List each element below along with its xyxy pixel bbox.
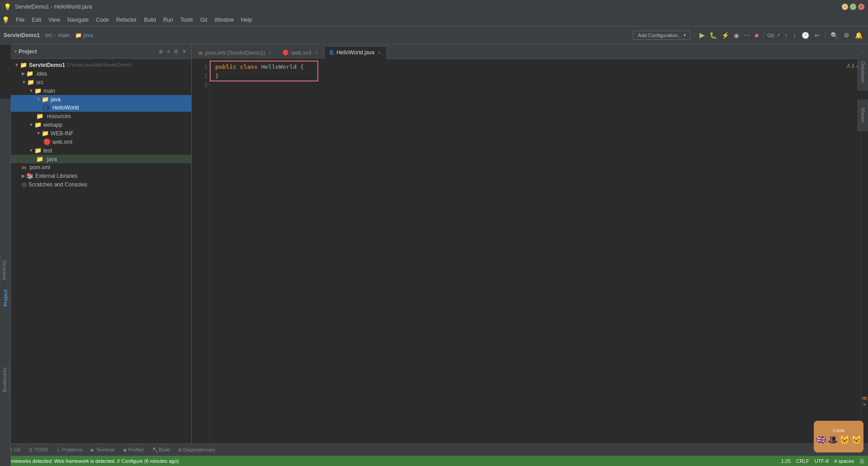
tree-main-arrow: ▼: [29, 88, 33, 93]
toolbar-separator-1: [694, 32, 694, 39]
structure-side-tab[interactable]: Structure: [0, 257, 9, 284]
debug-button[interactable]: 🐛: [708, 31, 719, 40]
bottom-tab-build[interactable]: 🔨 Build: [149, 446, 174, 453]
tab-pom-xml[interactable]: m pom.xml (ServletDemo1) ✕: [193, 46, 278, 59]
menu-window[interactable]: Window: [211, 15, 237, 24]
run-with-coverage-button[interactable]: ⚡: [720, 31, 731, 40]
tab-pom-close[interactable]: ✕: [267, 50, 273, 55]
minimize-button[interactable]: ─: [842, 4, 848, 10]
toolbar-separator-2: [764, 32, 764, 39]
menu-refactor[interactable]: Refactor: [113, 15, 140, 24]
code-area[interactable]: public class HelloWorld { }: [210, 59, 861, 443]
problems-tab-icon: ⚠: [57, 447, 61, 452]
tree-java[interactable]: ▼ 📁 java: [11, 95, 191, 104]
tree-webapp[interactable]: ▼ 📁 webapp: [11, 120, 191, 129]
profiler-tab-label: Profiler: [128, 447, 144, 452]
project-panel: ▾ Project ⊕ ≡ ⚙ ✕ ▼ 📁 ServletDemo1 D:\co…: [11, 44, 192, 443]
status-encoding[interactable]: UTF-8: [815, 458, 829, 464]
run-dropdown-button[interactable]: ⋯: [742, 31, 752, 40]
tree-java-name: java: [51, 96, 61, 103]
bottom-tab-terminal[interactable]: ▶ Terminal: [87, 446, 118, 453]
todo-tab-icon: ☰: [28, 447, 33, 452]
settings-button[interactable]: ⚙: [842, 31, 851, 40]
structure-tab-label: Structure: [2, 260, 8, 281]
tree-test-icon: 📁: [34, 147, 42, 154]
breadcrumb-main[interactable]: main: [58, 32, 70, 38]
menu-run[interactable]: Run: [160, 15, 177, 24]
git-push-button[interactable]: ↑: [783, 31, 789, 40]
tab-bar: m pom.xml (ServletDemo1) ✕ 🔴 web.xml ✕ C…: [192, 44, 868, 59]
project-scope-button[interactable]: ⊕: [158, 48, 164, 56]
menu-code[interactable]: Code: [92, 15, 113, 24]
editor-content[interactable]: 1 2 3 public class HelloWorld { } ⚠ 1 ▲ …: [192, 59, 868, 443]
tree-webapp-icon: 📁: [34, 121, 42, 128]
add-configuration-button[interactable]: Add Configuration... ▾: [633, 31, 691, 40]
bookmarks-side-tab[interactable]: Bookmarks: [0, 362, 9, 398]
search-everywhere-button[interactable]: 🔍: [829, 31, 840, 40]
menu-help[interactable]: Help: [237, 15, 256, 24]
tree-test-java-name: java: [47, 156, 57, 162]
tree-webxml[interactable]: 🔴 web.xml: [11, 138, 191, 146]
tree-src-arrow: ▼: [22, 80, 26, 85]
tree-pomxml-name: pom.xml: [30, 164, 50, 171]
menu-view[interactable]: View: [45, 15, 64, 24]
menu-tools[interactable]: Tools: [177, 15, 197, 24]
status-right: 1:25 CRLF UTF-8 4 spaces 选: [781, 458, 864, 465]
menu-edit[interactable]: Edit: [28, 15, 45, 24]
profile-button[interactable]: ◉: [732, 31, 741, 40]
tree-test-java[interactable]: 📁 java: [11, 155, 191, 163]
tree-pomxml[interactable]: m pom.xml: [11, 163, 191, 171]
tree-main[interactable]: ▼ 📁 main: [11, 86, 191, 95]
git-rollback-button[interactable]: ↩: [813, 31, 822, 40]
project-collapse-button[interactable]: ≡: [166, 48, 171, 56]
stop-button[interactable]: ■: [753, 31, 760, 40]
status-message[interactable]: Frameworks detected: Web framework is de…: [4, 458, 179, 464]
breadcrumb-project[interactable]: ServletDemo1: [4, 32, 40, 38]
tree-test[interactable]: ▼ 📁 test: [11, 146, 191, 155]
tree-scratches[interactable]: ◎ Scratches and Consoles: [11, 180, 191, 189]
run-button[interactable]: ▶: [698, 30, 707, 40]
breadcrumb-java[interactable]: 📁 java: [75, 32, 93, 38]
menu-file[interactable]: File: [12, 15, 28, 24]
tree-ext-libs[interactable]: ▶ 📚 External Libraries: [11, 171, 191, 180]
status-position[interactable]: 1:25: [781, 458, 791, 464]
menu-build[interactable]: Build: [140, 15, 160, 24]
tree-resources[interactable]: 📁 resources: [11, 112, 191, 120]
tab-web-close[interactable]: ✕: [314, 50, 319, 55]
tab-web-xml[interactable]: 🔴 web.xml ✕: [278, 46, 324, 59]
tree-src[interactable]: ▼ 📁 src: [11, 78, 191, 86]
menu-navigate[interactable]: Navigate: [64, 15, 92, 24]
git-history-button[interactable]: 🕐: [800, 31, 811, 40]
breadcrumb-src[interactable]: src: [45, 32, 52, 38]
tab-hw-close[interactable]: ✕: [377, 50, 382, 55]
bottom-tab-profiler[interactable]: ◉ Profiler: [119, 446, 148, 453]
menu-git[interactable]: Git: [197, 15, 211, 24]
status-line-sep[interactable]: CRLF: [796, 458, 809, 464]
editor-area: m pom.xml (ServletDemo1) ✕ 🔴 web.xml ✕ C…: [192, 44, 868, 443]
updates-button[interactable]: 🔔: [853, 31, 864, 40]
tree-webapp-name: webapp: [43, 122, 62, 128]
maximize-button[interactable]: □: [850, 4, 856, 10]
close-button[interactable]: ✕: [858, 4, 864, 10]
project-settings-button[interactable]: ⚙: [173, 48, 179, 56]
tree-webinf[interactable]: ▼ 📁 WEB-INF: [11, 129, 191, 138]
bottom-tab-problems[interactable]: ⚠ Problems: [53, 446, 86, 453]
bookmarks-tab-label: Bookmarks: [2, 367, 7, 392]
bottom-tab-dependencies[interactable]: ⊞ Dependencies: [175, 446, 218, 453]
tab-helloworld[interactable]: C HelloWorld.java ✕: [324, 46, 387, 59]
tree-idea[interactable]: ▶ 📁 .idea: [11, 69, 191, 78]
maven-gutter-icon[interactable]: m: [862, 395, 867, 401]
maven-gutter-close[interactable]: ✕: [863, 402, 866, 407]
bottom-tab-todo[interactable]: ☰ TODO: [25, 446, 52, 453]
tree-java-arrow: ▼: [36, 97, 41, 102]
project-close-button[interactable]: ✕: [181, 48, 188, 56]
project-panel-title: Project: [19, 48, 156, 55]
status-indent[interactable]: 4 spaces: [834, 458, 854, 464]
tree-root[interactable]: ▼ 📁 ServletDemo1 D:\code\Java\bite\Servl…: [11, 61, 191, 69]
database-side-tab[interactable]: Database: [858, 54, 868, 90]
tree-helloworld[interactable]: C HelloWorld: [11, 104, 191, 112]
add-config-label: Add Configuration...: [638, 33, 682, 38]
git-fetch-button[interactable]: ↓: [791, 31, 798, 40]
maven-side-tab[interactable]: Maven: [858, 100, 868, 131]
tab-pom-label: pom.xml (ServletDemo1): [205, 50, 265, 56]
